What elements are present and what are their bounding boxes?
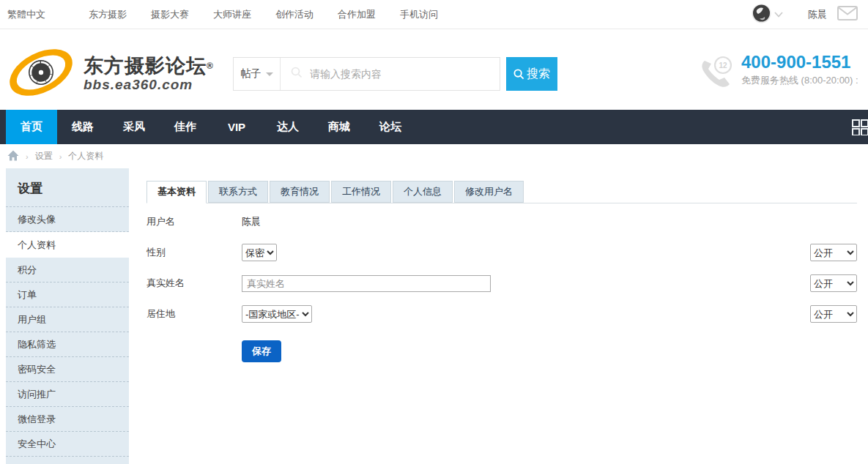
top-utility-bar: 繁體中文 东方摄影 摄影大赛 大师讲座 创作活动 合作加盟 手机访问 <box>0 0 868 29</box>
gender-label: 性别 <box>146 246 242 259</box>
language-switch-link[interactable]: 繁體中文 <box>7 8 45 21</box>
registered-mark: ® <box>207 61 214 71</box>
sidebar-item-profile[interactable]: 个人资料 <box>6 232 129 258</box>
search-bar: 帖子 搜索 <box>233 57 557 91</box>
site-header: 东方摄影论坛® bbs.ea360.com 帖子 搜索 12 <box>0 30 868 110</box>
breadcrumb-separator: › <box>59 152 62 161</box>
sidebar-item-password-security[interactable]: 密码安全 <box>6 357 129 382</box>
tab-personal-info[interactable]: 个人信息 <box>393 181 453 203</box>
mail-icon[interactable] <box>837 6 858 23</box>
user-avatar-menu[interactable] <box>752 4 787 26</box>
tab-work[interactable]: 工作情况 <box>331 181 391 203</box>
form-row-gender: 性别 保密 公开 <box>146 244 857 261</box>
topbar-link-dongfang-sheying[interactable]: 东方摄影 <box>82 8 133 21</box>
form-row-save: 保存 <box>146 340 857 362</box>
sidebar-item-points[interactable]: 积分 <box>6 258 129 282</box>
topbar-links: 东方摄影 摄影大赛 大师讲座 创作活动 合作加盟 手机访问 <box>82 8 456 21</box>
nav-item-daren[interactable]: 达人 <box>262 110 314 144</box>
topbar-link-chuangzuo-huodong[interactable]: 创作活动 <box>269 8 320 21</box>
nav-item-jiazuo[interactable]: 佳作 <box>160 110 211 144</box>
save-button[interactable]: 保存 <box>242 340 281 362</box>
svg-text:12: 12 <box>719 61 727 70</box>
nav-item-mall[interactable]: 商城 <box>314 110 365 144</box>
nav-item-routes[interactable]: 线路 <box>57 110 108 144</box>
tab-contact-info[interactable]: 联系方式 <box>208 181 268 203</box>
topbar-link-hezuo-jiameng[interactable]: 合作加盟 <box>331 8 382 21</box>
breadcrumb-separator: › <box>26 152 29 161</box>
settings-sidebar: 设置 修改头像 个人资料 积分 订单 用户组 隐私筛选 密码安全 访问推广 微信… <box>6 168 129 464</box>
form-row-realname: 真实姓名 公开 <box>146 274 857 292</box>
breadcrumb-profile: 个人资料 <box>68 150 103 162</box>
breadcrumb: › 设置 › 个人资料 <box>0 144 868 168</box>
sidebar-title: 设置 <box>6 168 129 207</box>
logo-domain: bbs.ea360.com <box>84 77 214 93</box>
search-category-dropdown[interactable]: 帖子 <box>234 58 281 90</box>
tab-basic-info[interactable]: 基本资料 <box>146 181 207 203</box>
breadcrumb-settings[interactable]: 设置 <box>35 150 53 162</box>
tab-education[interactable]: 教育情况 <box>270 181 330 203</box>
residence-select[interactable]: -国家或地区- <box>242 305 312 323</box>
sidebar-item-orders[interactable]: 订单 <box>6 282 129 307</box>
nav-item-vip[interactable]: VIP <box>211 110 262 144</box>
main-navigation: 首页 线路 采风 佳作 VIP 达人 商城 论坛 <box>0 110 868 144</box>
search-input[interactable] <box>310 68 500 80</box>
tab-change-username[interactable]: 修改用户名 <box>454 181 524 203</box>
aperture-swirl-icon <box>6 45 76 102</box>
topbar-link-dashi-jiangzuo[interactable]: 大师讲座 <box>207 8 258 21</box>
sidebar-item-usergroup[interactable]: 用户组 <box>6 307 129 332</box>
realname-label: 真实姓名 <box>146 277 242 290</box>
nav-item-home[interactable]: 首页 <box>6 110 57 144</box>
avatar <box>752 4 771 26</box>
grid-apps-icon[interactable] <box>852 119 868 138</box>
hotline-number[interactable]: 400-900-1551 <box>741 52 850 72</box>
realname-input[interactable] <box>242 275 491 292</box>
site-logo[interactable]: 东方摄影论坛® bbs.ea360.com <box>6 45 214 102</box>
profile-tabs: 基本资料 联系方式 教育情况 工作情况 个人信息 修改用户名 <box>146 181 857 203</box>
gender-privacy-select[interactable]: 公开 <box>810 244 857 261</box>
nav-item-forum[interactable]: 论坛 <box>365 110 416 144</box>
phone-handset-icon: 12 <box>699 55 740 91</box>
search-input-magnifier-icon <box>291 67 303 81</box>
residence-label: 居住地 <box>146 307 242 321</box>
chevron-down-icon <box>774 9 783 20</box>
hotline-caption: 免费服务热线 (8:00-20:00) : <box>741 74 858 87</box>
sidebar-item-wechat-login[interactable]: 微信登录 <box>6 407 129 432</box>
residence-privacy-select[interactable]: 公开 <box>810 305 857 323</box>
username-link[interactable]: 陈晨 <box>808 8 827 21</box>
form-row-residence: 居住地 -国家或地区- 公开 <box>146 305 857 323</box>
realname-privacy-select[interactable]: 公开 <box>810 274 857 292</box>
sidebar-item-privacy-filter[interactable]: 隐私筛选 <box>6 332 129 357</box>
username-value: 陈晨 <box>242 215 261 228</box>
sidebar-item-avatar[interactable]: 修改头像 <box>6 207 129 232</box>
topbar-link-sheying-dasai[interactable]: 摄影大赛 <box>144 8 196 21</box>
search-button[interactable]: 搜索 <box>506 57 557 91</box>
sidebar-item-referral[interactable]: 访问推广 <box>6 382 129 407</box>
basic-info-form: 用户名 陈晨 性别 保密 公开 真实姓名 公开 <box>146 213 857 362</box>
nav-item-caifeng[interactable]: 采风 <box>108 110 160 144</box>
profile-content: 基本资料 联系方式 教育情况 工作情况 个人信息 修改用户名 用户名 陈晨 性别… <box>143 168 868 464</box>
topbar-link-shouji-fangwen[interactable]: 手机访问 <box>393 8 445 21</box>
magnifier-icon <box>513 69 524 80</box>
gender-select[interactable]: 保密 <box>242 244 277 261</box>
home-icon[interactable] <box>7 150 19 163</box>
dropdown-arrow-icon <box>266 72 273 76</box>
logo-title: 东方摄影论坛® <box>84 55 214 77</box>
sidebar-item-security-center[interactable]: 安全中心 <box>6 432 129 457</box>
username-label: 用户名 <box>146 215 242 228</box>
form-row-username: 用户名 陈晨 <box>146 213 857 231</box>
